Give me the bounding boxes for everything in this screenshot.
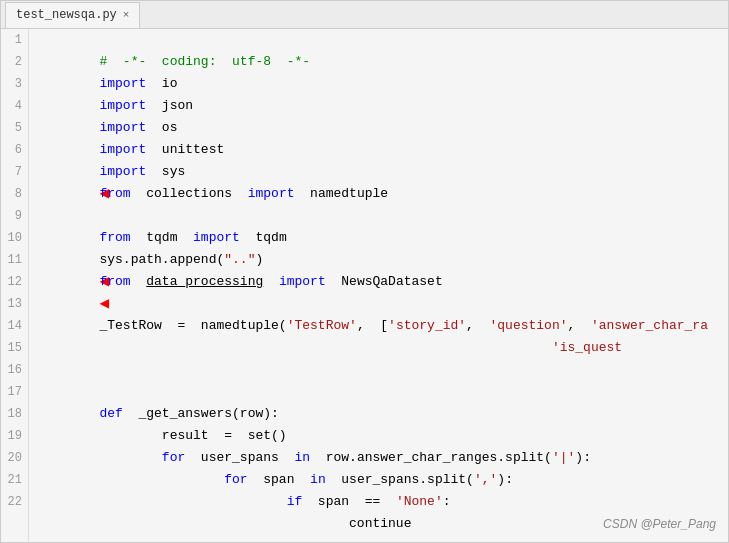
- code-line-11: from data_processing import NewsQaDatase…: [37, 249, 728, 271]
- code-line-20: for span in user_spans.split(','):: [37, 447, 728, 469]
- code-line-1: # -*- coding: utf-8 -*-: [37, 29, 728, 51]
- code-line-16: [37, 359, 728, 381]
- code-line-13: _TestRow = namedtuple('TestRow', ['story…: [37, 293, 728, 315]
- code-line-12: [37, 271, 728, 293]
- code-line-8: [37, 183, 728, 205]
- code-line-15: [37, 337, 728, 359]
- code-line-5: import unittest: [37, 117, 728, 139]
- code-line-14: 'is_quest: [37, 315, 728, 337]
- code-line-6: import sys ◀: [37, 139, 728, 161]
- code-line-9: from tqdm import tqdm: [37, 205, 728, 227]
- code-line-7: from collections import namedtuple: [37, 161, 728, 183]
- code-area: 12345 678910 1112131415 1617181920 2122 …: [1, 29, 728, 542]
- code-line-4: import os: [37, 95, 728, 117]
- file-tab[interactable]: test_newsqa.py ×: [5, 2, 140, 28]
- editor-window: test_newsqa.py × 12345 678910 1112131415…: [0, 0, 729, 543]
- line-numbers: 12345 678910 1112131415 1617181920 2122: [1, 29, 29, 542]
- code-line-17: def _get_answers(row):: [37, 381, 728, 403]
- code-line-19: for user_spans in row.answer_char_ranges…: [37, 425, 728, 447]
- tab-bar: test_newsqa.py ×: [1, 1, 728, 29]
- tab-filename: test_newsqa.py: [16, 8, 117, 22]
- watermark: CSDN @Peter_Pang: [603, 515, 716, 534]
- code-line-22: continue: [37, 491, 728, 513]
- code-line-18: result = set(): [37, 403, 728, 425]
- tab-close-button[interactable]: ×: [123, 9, 130, 21]
- code-line-3: import json: [37, 73, 728, 95]
- code-content: # -*- coding: utf-8 -*- import io import…: [29, 29, 728, 542]
- code-line-2: import io: [37, 51, 728, 73]
- code-line-10: sys.path.append("..") ◀: [37, 227, 728, 249]
- code-line-21: if span == 'None':: [37, 469, 728, 491]
